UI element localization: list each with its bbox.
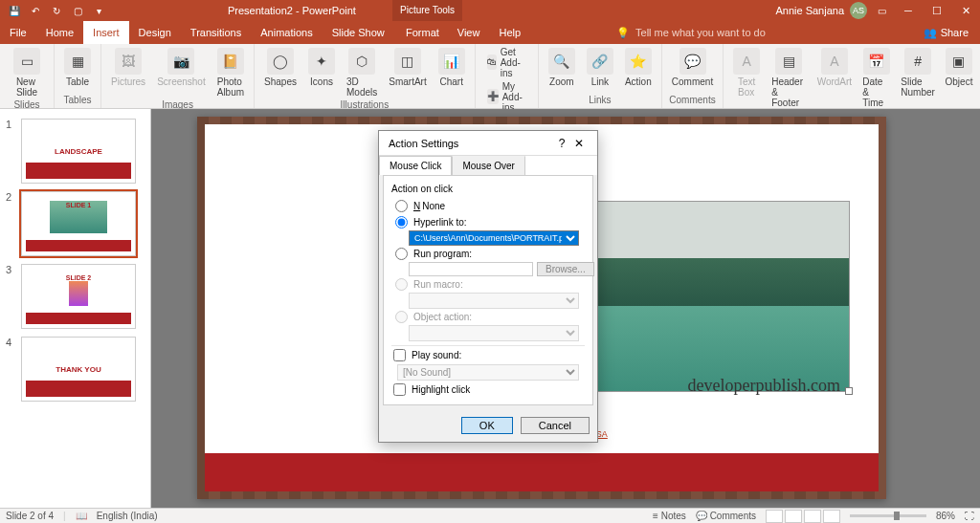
link-button[interactable]: 🔗Link: [583, 46, 617, 89]
photo-album-button[interactable]: 📔Photo Album: [213, 46, 248, 99]
red-footer-bar: [205, 453, 879, 491]
comment-button[interactable]: 💬Comment: [668, 46, 717, 89]
tell-me-search[interactable]: 💡 Tell me what you want to do: [607, 21, 775, 44]
ribbon: ▭New Slide Slides ▦Table Tables 🖼Picture…: [0, 44, 980, 109]
tab-format[interactable]: Format: [392, 21, 453, 44]
reading-view-button[interactable]: [804, 510, 821, 523]
maximize-button[interactable]: ☐: [923, 0, 951, 21]
new-slide-icon: ▭: [13, 48, 40, 75]
tab-mouse-over[interactable]: Mouse Over: [452, 156, 524, 175]
minimize-button[interactable]: ─: [894, 0, 923, 21]
shapes-button[interactable]: ◯Shapes: [260, 46, 301, 89]
spell-check-icon[interactable]: 📖: [76, 511, 87, 521]
tab-file[interactable]: File: [0, 21, 36, 44]
tab-animations[interactable]: Animations: [251, 21, 322, 44]
tab-insert[interactable]: Insert: [83, 21, 129, 44]
quick-access-toolbar: 💾 ↶ ↻ ▢ ▾: [0, 4, 113, 17]
pictures-button[interactable]: 🖼Pictures: [107, 46, 149, 89]
radio-run-program[interactable]: Run program:: [391, 246, 585, 262]
check-highlight[interactable]: Highlight click: [391, 381, 585, 399]
dialog-titlebar[interactable]: Action Settings ? ✕: [379, 131, 597, 156]
notes-button[interactable]: ≡ Notes: [653, 511, 686, 521]
run-program-input[interactable]: [409, 262, 533, 276]
addins-icon: ➕: [487, 89, 499, 104]
comment-icon: 💬: [679, 48, 706, 75]
3d-models-icon: ⬡: [348, 48, 375, 75]
chart-button[interactable]: 📊Chart: [434, 46, 469, 89]
slide-number-button[interactable]: #Slide Number: [898, 46, 938, 99]
new-slide-button[interactable]: ▭New Slide: [6, 46, 48, 99]
normal-view-button[interactable]: [766, 510, 783, 523]
browse-button[interactable]: Browse...: [537, 262, 594, 276]
view-buttons: [766, 510, 840, 523]
radio-none[interactable]: NNone: [391, 198, 585, 214]
tab-view[interactable]: View: [448, 21, 490, 44]
slideshow-view-button[interactable]: [823, 510, 840, 523]
wordart-button[interactable]: AWordArt: [814, 46, 856, 89]
radio-hyperlink[interactable]: Hyperlink to:: [391, 214, 585, 230]
action-settings-dialog: Action Settings ? ✕ Mouse Click Mouse Ov…: [378, 130, 598, 443]
tab-home[interactable]: Home: [36, 21, 83, 44]
share-button[interactable]: 👥 Share: [912, 21, 980, 44]
help-button[interactable]: ?: [553, 137, 570, 150]
tab-design[interactable]: Design: [129, 21, 181, 44]
get-addins-button[interactable]: 🛍Get Add-ins: [481, 46, 532, 79]
chart-icon: 📊: [438, 48, 465, 75]
check-play-sound[interactable]: Play sound:: [391, 345, 585, 364]
thumbnail-2[interactable]: 2SLIDE 1: [0, 187, 150, 260]
text-box-button[interactable]: AText Box: [729, 46, 764, 99]
user-account[interactable]: Annie Sanjana AS: [775, 2, 867, 19]
sorter-view-button[interactable]: [785, 510, 802, 523]
photo-album-icon: 📔: [217, 48, 244, 75]
zoom-button[interactable]: 🔍Zoom: [545, 46, 579, 89]
qat-more-icon[interactable]: ▾: [92, 4, 105, 17]
redo-icon[interactable]: ↻: [50, 4, 63, 17]
icons-button[interactable]: ✦Icons: [304, 46, 339, 89]
hyperlink-dropdown[interactable]: C:\Users\Ann\Documents\PORTRAIT.pptx#POR…: [409, 230, 579, 246]
thumbnail-3[interactable]: 3SLIDE 2: [0, 260, 150, 333]
undo-icon[interactable]: ↶: [29, 4, 42, 17]
table-button[interactable]: ▦Table: [60, 46, 95, 89]
slide-thumbnails-panel: 1LANDSCAPE 2SLIDE 1 3SLIDE 2 4THANK YOU: [0, 109, 151, 508]
close-button[interactable]: ✕: [951, 0, 980, 21]
header-footer-button[interactable]: ▤Header & Footer: [768, 46, 810, 110]
action-on-click-label: Action on click: [391, 184, 585, 194]
header-footer-icon: ▤: [775, 48, 802, 75]
object-button[interactable]: ▣Object: [942, 46, 976, 89]
fit-to-window-button[interactable]: ⛶: [965, 511, 974, 521]
tab-mouse-click[interactable]: Mouse Click: [379, 156, 452, 175]
table-icon: ▦: [64, 48, 91, 75]
dialog-close-button[interactable]: ✕: [570, 137, 588, 150]
tab-slideshow[interactable]: Slide Show: [323, 21, 394, 44]
avatar: AS: [850, 2, 867, 19]
thumbnail-1[interactable]: 1LANDSCAPE: [0, 115, 150, 187]
save-icon[interactable]: 💾: [8, 4, 21, 17]
3d-models-button[interactable]: ⬡3D Models: [343, 46, 381, 99]
screenshot-button[interactable]: 📷Screenshot: [153, 46, 210, 89]
action-icon: ⭐: [625, 48, 652, 75]
zoom-slider[interactable]: [850, 514, 926, 517]
object-icon: ▣: [946, 48, 972, 75]
comments-button[interactable]: 💬 Comments: [696, 511, 756, 521]
tell-me-placeholder: Tell me what you want to do: [635, 27, 766, 38]
window-controls: ─ ☐ ✕: [894, 0, 980, 21]
slideshow-icon[interactable]: ▢: [71, 4, 84, 17]
action-button[interactable]: ⭐Action: [621, 46, 656, 89]
smartart-button[interactable]: ◫SmartArt: [385, 46, 430, 89]
smartart-icon: ◫: [394, 48, 421, 75]
dialog-title: Action Settings: [389, 138, 553, 149]
group-comments: Comments: [668, 95, 717, 106]
tab-transitions[interactable]: Transitions: [181, 21, 251, 44]
tab-help[interactable]: Help: [489, 21, 530, 44]
ribbon-options-icon[interactable]: ▭: [875, 4, 888, 17]
thumbnail-4[interactable]: 4THANK YOU: [0, 333, 150, 405]
zoom-percent[interactable]: 86%: [936, 511, 955, 521]
date-time-button[interactable]: 📅Date & Time: [858, 46, 894, 110]
slide-counter[interactable]: Slide 2 of 4: [6, 511, 54, 521]
ok-button[interactable]: OK: [461, 417, 513, 434]
zoom-thumb[interactable]: [894, 512, 900, 520]
contextual-tab-label: Picture Tools: [392, 0, 462, 21]
cancel-button[interactable]: Cancel: [521, 417, 590, 434]
language-button[interactable]: English (India): [97, 511, 158, 521]
screenshot-icon: 📷: [167, 48, 194, 75]
